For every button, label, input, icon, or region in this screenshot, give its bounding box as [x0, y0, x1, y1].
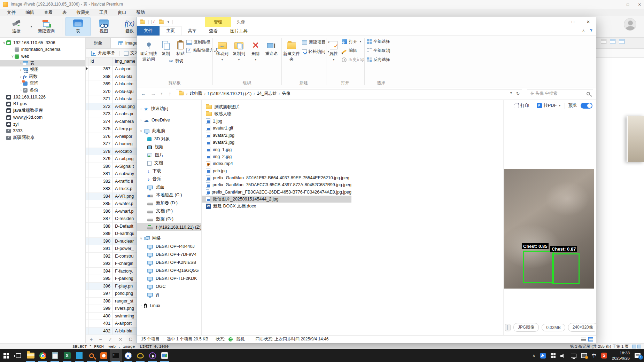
thumbnails-view-icon[interactable] [588, 337, 593, 341]
sidebar-item-DESKTOP-F7DF9V4[interactable]: DESKTOP-F7DF9V4 [137, 250, 201, 258]
tree-item-zyl[interactable]: zyl [0, 121, 85, 128]
expander-icon[interactable]: › [19, 68, 23, 72]
sidebar-item-快速访问[interactable]: › ★ 快速访问 [137, 105, 201, 113]
cell-id[interactable]: 395 [88, 275, 113, 282]
file-item[interactable]: pcb.jpg [202, 167, 351, 174]
sidebar-item-桌面[interactable]: 桌面 [137, 183, 201, 191]
sidebar-item-yj[interactable]: yj [137, 290, 201, 298]
tray-chevron-up-icon[interactable]: ∧ [533, 353, 535, 358]
refresh-icon[interactable]: ↻ [516, 91, 520, 96]
toolbar-连接-button[interactable]: 连接 [4, 17, 29, 36]
tray-blue-app-icon[interactable] [540, 353, 546, 359]
cell-id[interactable]: 390 [88, 238, 113, 245]
navicat-close-button[interactable]: ✕ [638, 2, 641, 7]
sidebar-item-DESKTOP-T1F2KDK[interactable]: DESKTOP-T1F2KDK [137, 274, 201, 282]
cell-id[interactable]: 391 [88, 245, 113, 252]
expander-icon[interactable]: › [138, 118, 144, 122]
qat-folder-icon[interactable] [140, 20, 145, 24]
cell-id[interactable]: 383 [88, 185, 113, 192]
cell-id[interactable]: 379 [88, 155, 113, 163]
taskbar-photos-button[interactable] [158, 349, 171, 362]
cut-button[interactable]: ✂ 剪切 [169, 58, 184, 64]
menu-1[interactable]: 编辑 [21, 10, 39, 16]
file-item[interactable]: 新建 DOCX 文档.docx [202, 203, 351, 210]
sidebar-item-新加卷 (D:)[interactable]: 新加卷 (D:) [137, 199, 201, 207]
convert-pdf-button[interactable]: P 转PDF ▼ [537, 103, 561, 109]
sidebar-item-Linux[interactable]: › Linux [137, 301, 201, 309]
sidebar-item-3D 对象[interactable]: 3D 对象 [137, 135, 201, 143]
expander-icon[interactable]: ∨ [138, 237, 144, 240]
explorer-minimize-button[interactable]: — [550, 17, 565, 27]
file-item[interactable]: img_2.jpg [202, 153, 351, 160]
taskbar-terminal-button[interactable]: >_ [110, 349, 122, 362]
sidebar-item-下载[interactable]: ↓ 下载 [137, 167, 201, 175]
notification-center-icon[interactable]: 1 [635, 353, 641, 358]
print-button[interactable]: 打印 [514, 103, 529, 109]
sidebar-item-文档 (F:)[interactable]: 文档 (F:) [137, 207, 201, 215]
record-nav-icon-0[interactable]: + [90, 337, 93, 342]
sidebar-item-OGC[interactable]: OGC [137, 282, 201, 290]
file-item[interactable]: img_1.jpg [202, 146, 351, 153]
menu-0[interactable]: 文件 [2, 10, 21, 16]
sidebar-item-DESKTOP-440440J[interactable]: DESKTOP-440440J [137, 242, 201, 250]
filter-view-icon[interactable] [619, 39, 624, 44]
back-icon[interactable]: ← [140, 90, 147, 96]
navicat-maximize-button[interactable]: □ [627, 2, 629, 7]
cell-id[interactable]: 381 [88, 170, 113, 178]
file-item[interactable]: avatar3.jpg [202, 139, 351, 146]
sidebar-item-音乐[interactable]: ♪ 音乐 [137, 175, 201, 183]
taskbar-file-explorer-button[interactable] [24, 349, 37, 362]
tray-windows-icon[interactable] [551, 353, 556, 358]
menu-7[interactable]: 帮助 [131, 10, 150, 16]
cell-id[interactable]: 394 [88, 268, 113, 275]
paste-button[interactable]: 粘贴 [173, 38, 188, 56]
column-header-id[interactable]: id [88, 58, 113, 65]
cell-id[interactable]: 382 [88, 178, 113, 185]
network-icon[interactable] [571, 354, 576, 358]
tree-item-192.168.110.65_3306[interactable]: ∨ 192.168.110.65_3306 [0, 39, 85, 46]
record-nav-icon-3[interactable]: ✕ [118, 337, 123, 342]
tree-item-视图[interactable]: › 视图 [0, 66, 85, 73]
cell-id[interactable]: 377 [88, 140, 113, 148]
file-item[interactable]: avatar1.gif [202, 125, 351, 132]
new-folder-button[interactable]: 新建文件夹 [282, 38, 301, 62]
pin-to-quick-access-button[interactable]: 固定到快速访问 [139, 38, 158, 62]
crumb-1[interactable]: f (\\192.168.110.21) (Z:) [208, 91, 251, 96]
file-item[interactable]: 测试旗帜图片 [202, 103, 351, 110]
history-button[interactable]: 历史记录 [342, 57, 365, 63]
explorer-maximize-button[interactable]: □ [565, 17, 581, 27]
cell-id[interactable]: 393 [88, 260, 113, 267]
toolbar-新建查询-button[interactable]: 新建查询 [34, 17, 59, 36]
table-toolbar-开始事务-button[interactable]: 开始事务 [88, 49, 118, 57]
page-view-icon[interactable] [632, 345, 636, 348]
menu-3[interactable]: 表 [57, 10, 72, 16]
expander-icon[interactable]: ∨ [2, 41, 6, 45]
tree-item-web[interactable]: ∨ web [0, 53, 85, 60]
toolbar-表-button[interactable]: 表 [65, 17, 91, 36]
sidebar-item-DESKTOP-Q16GQ5G[interactable]: DESKTOP-Q16GQ5G [137, 266, 201, 274]
cell-id[interactable]: 398 [88, 298, 113, 305]
expander-icon[interactable]: ∨ [10, 54, 15, 58]
preview-toggle[interactable] [581, 103, 592, 109]
navicat-minimize-button[interactable]: — [614, 2, 618, 7]
tree-item-BT-gos[interactable]: BT-gos [0, 101, 85, 108]
help-icon[interactable]: ? [590, 28, 592, 33]
sidebar-item-此电脑[interactable]: ∨ 此电脑 [137, 127, 201, 135]
record-nav-icon-4[interactable]: C [129, 337, 132, 342]
tree-item-备份[interactable]: › ↺ 备份 [0, 87, 85, 94]
cell-id[interactable]: 389 [88, 230, 113, 237]
user-avatar[interactable] [624, 18, 636, 31]
tree-item-information_schema[interactable]: information_schema [0, 46, 85, 53]
tree-item-新疆阿勒泰[interactable]: 新疆阿勒泰 [0, 134, 85, 141]
cell-id[interactable]: 385 [88, 200, 113, 207]
taskbar-search-tool-button[interactable] [85, 349, 98, 362]
taskbar-chrome-button[interactable] [37, 349, 49, 362]
expander-icon[interactable]: › [138, 304, 144, 307]
clock[interactable]: 18:33 2025/9/26 [612, 351, 630, 361]
context-tab-manage[interactable]: 管理 [205, 17, 231, 27]
qat-checkbox-icon[interactable] [152, 20, 156, 24]
taskbar-notepad-button[interactable] [49, 349, 61, 362]
explorer-close-button[interactable]: ✕ [581, 17, 596, 27]
file-item[interactable]: index.mp4 [202, 160, 351, 167]
expander-icon[interactable]: › [19, 61, 23, 65]
